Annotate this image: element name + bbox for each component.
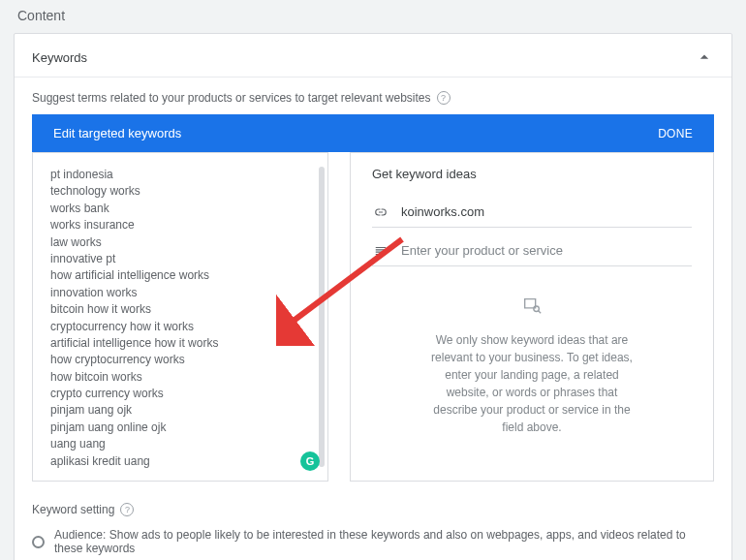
service-input-row[interactable] xyxy=(372,237,692,266)
list-item: bitcoin how it works xyxy=(50,301,310,318)
keyword-settings: Keyword setting ? Audience: Show ads to … xyxy=(15,499,731,560)
list-item: pinjam uang ojk xyxy=(50,402,310,419)
list-item: crypto currency works xyxy=(50,386,310,402)
list-item: works bank xyxy=(50,201,310,217)
help-icon[interactable]: ? xyxy=(437,91,451,105)
list-item: cryptocurrency how it works xyxy=(50,319,310,335)
settings-title: Keyword setting xyxy=(32,503,114,516)
search-idea-icon xyxy=(520,296,544,317)
keywords-textarea[interactable]: pt indonesiatechnology worksworks bankwo… xyxy=(32,152,328,482)
list-item: works insurance xyxy=(50,217,310,233)
ideas-title: Get keyword ideas xyxy=(372,167,692,181)
url-value: koinworks.com xyxy=(401,204,484,219)
card-header[interactable]: Keywords xyxy=(15,34,731,78)
keywords-list[interactable]: pt indonesiatechnology worksworks bankwo… xyxy=(50,167,310,469)
page-title: Content xyxy=(17,8,732,23)
list-item: innovation works xyxy=(50,285,310,301)
radio-audience[interactable]: Audience: Show ads to people likely to b… xyxy=(32,528,714,555)
edit-bar-title: Edit targeted keywords xyxy=(53,126,181,140)
keyword-ideas-panel: Get keyword ideas koinworks.com xyxy=(350,152,714,482)
card-subhead: Suggest terms related to your products o… xyxy=(15,78,731,114)
edit-area: pt indonesiatechnology worksworks bankwo… xyxy=(15,152,731,499)
settings-title-row: Keyword setting ? xyxy=(32,503,714,516)
list-item: technology works xyxy=(50,183,310,200)
list-item: how cryptocurrency works xyxy=(50,352,310,368)
list-item: pt indonesia xyxy=(50,167,310,183)
scrollbar[interactable] xyxy=(319,167,325,467)
list-item: innovative pt xyxy=(50,251,310,267)
card-title: Keywords xyxy=(32,50,87,65)
list-item: how artificial intelligence works xyxy=(50,267,310,284)
list-item: law works xyxy=(50,234,310,251)
keywords-card: Keywords Suggest terms related to your p… xyxy=(14,33,732,560)
grid-icon xyxy=(372,244,389,258)
edit-bar: Edit targeted keywords DONE xyxy=(32,114,714,152)
list-item: aplikasi kredit uang xyxy=(50,453,310,469)
list-item: pinjam uang online ojk xyxy=(50,420,310,436)
radio-icon[interactable] xyxy=(32,536,45,548)
list-item: artificial intelligence how it works xyxy=(50,335,310,352)
svg-line-1 xyxy=(538,311,541,314)
grammarly-icon[interactable]: G xyxy=(300,451,320,471)
ideas-empty-state: We only show keyword ideas that are rele… xyxy=(430,296,634,436)
url-input-row[interactable]: koinworks.com xyxy=(372,199,692,228)
subhead-text: Suggest terms related to your products o… xyxy=(32,91,431,105)
chevron-up-icon[interactable] xyxy=(695,47,714,67)
help-icon[interactable]: ? xyxy=(120,503,134,516)
link-icon xyxy=(372,205,389,219)
list-item: uang uang xyxy=(50,436,310,452)
ideas-empty-text: We only show keyword ideas that are rele… xyxy=(430,331,634,436)
done-button[interactable]: DONE xyxy=(658,127,693,140)
service-input[interactable] xyxy=(401,243,692,258)
radio-audience-label: Audience: Show ads to people likely to b… xyxy=(54,528,714,555)
list-item: how bitcoin works xyxy=(50,369,310,386)
